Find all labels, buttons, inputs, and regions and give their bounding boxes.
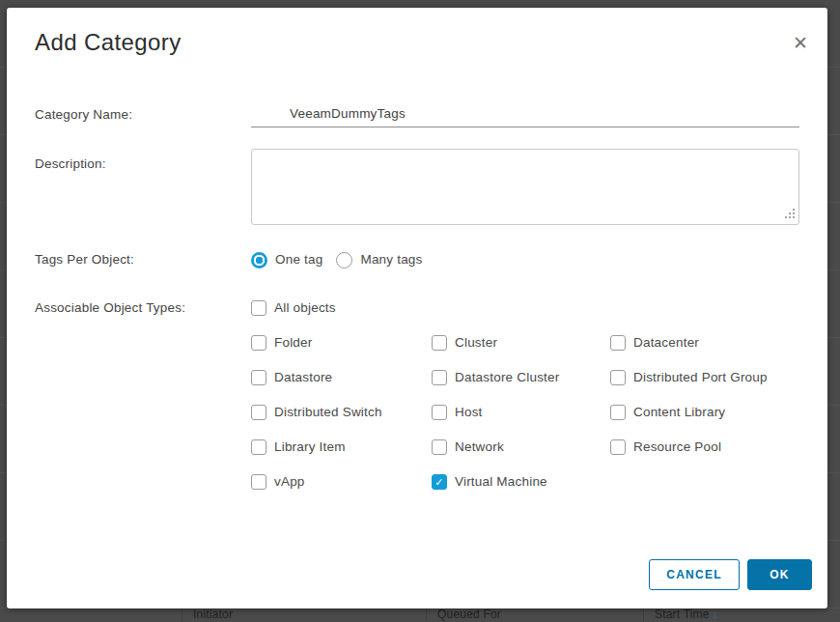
checkbox-icon[interactable]: [251, 405, 266, 420]
checkbox-content-library[interactable]: Content Library: [610, 404, 840, 421]
column-divider: [426, 607, 427, 621]
object-type-checkbox-grid: Folder Cluster Datacenter Datastore Data…: [251, 334, 840, 491]
checkbox-datacenter[interactable]: Datacenter: [610, 334, 840, 352]
radio-one-tag[interactable]: One tag: [251, 251, 322, 269]
radio-button-icon[interactable]: [251, 252, 267, 269]
checkbox-label: Network: [455, 438, 504, 456]
checkbox-label: Content Library: [633, 404, 725, 421]
resize-grip-icon[interactable]: [793, 216, 795, 218]
checkbox-virtual-machine[interactable]: ✓ Virtual Machine: [432, 473, 610, 491]
checkbox-datastore[interactable]: Datastore: [251, 369, 432, 386]
category-name-label: Category Name:: [35, 106, 251, 124]
dialog-title: Add Category: [35, 29, 182, 56]
checkbox-icon[interactable]: [251, 474, 266, 490]
category-name-input[interactable]: [251, 106, 799, 127]
checkbox-vapp[interactable]: vApp: [251, 473, 432, 491]
bg-column-initiator: Initiator: [193, 608, 233, 621]
checkbox-resource-pool[interactable]: Resource Pool: [610, 438, 840, 456]
checkbox-label: Datastore: [274, 369, 332, 386]
checkbox-icon[interactable]: [432, 405, 447, 420]
category-name-row: Category Name:: [35, 106, 799, 127]
radio-button-icon[interactable]: [336, 252, 352, 269]
ok-button[interactable]: OK: [747, 559, 812, 590]
tags-per-object-label: Tags Per Object:: [35, 251, 251, 269]
checkbox-all-objects[interactable]: All objects: [251, 299, 799, 317]
description-row: Description:: [35, 149, 799, 225]
close-icon[interactable]: ✕: [789, 31, 812, 54]
checkbox-label: All objects: [274, 299, 336, 317]
checkbox-label: Distributed Switch: [274, 404, 382, 421]
checkbox-icon[interactable]: [610, 439, 626, 455]
description-textarea[interactable]: [251, 149, 799, 225]
checkbox-label: Library Item: [274, 438, 346, 456]
checkbox-icon[interactable]: [610, 370, 626, 385]
bg-column-start-time: Start Time ↓: [655, 608, 718, 621]
add-category-dialog: Add Category ✕ Category Name: Descriptio…: [7, 8, 827, 608]
checkbox-label: Folder: [274, 334, 312, 352]
checkbox-icon[interactable]: [610, 335, 626, 351]
checkbox-icon[interactable]: [432, 370, 447, 385]
column-divider: [643, 607, 644, 621]
checkbox-icon[interactable]: [610, 405, 626, 420]
radio-label: One tag: [275, 251, 322, 269]
checkbox-distributed-switch[interactable]: Distributed Switch: [251, 404, 432, 421]
checkbox-label: Distributed Port Group: [633, 369, 768, 386]
checkbox-label: Datastore Cluster: [455, 369, 559, 386]
checkbox-library-item[interactable]: Library Item: [251, 438, 432, 456]
tags-per-object-radio-group: One tag Many tags: [251, 251, 799, 269]
checkbox-icon[interactable]: [251, 370, 266, 385]
checkbox-datastore-cluster[interactable]: Datastore Cluster: [432, 369, 610, 386]
checkbox-label: Datacenter: [633, 334, 699, 352]
column-divider: [182, 607, 182, 621]
associable-object-types-row: Associable Object Types: All objects: [35, 299, 799, 317]
sort-descending-icon: ↓: [713, 608, 718, 620]
checkbox-icon[interactable]: [251, 300, 266, 316]
radio-label: Many tags: [360, 251, 422, 269]
checkbox-label: Cluster: [455, 334, 497, 352]
checkbox-icon[interactable]: [251, 439, 266, 455]
checkbox-host[interactable]: Host: [432, 404, 610, 421]
dialog-footer: CANCEL OK: [649, 559, 812, 590]
checkbox-distributed-port-group[interactable]: Distributed Port Group: [610, 369, 840, 386]
checkbox-label: Host: [455, 404, 483, 421]
checkbox-icon[interactable]: [432, 335, 447, 351]
description-label: Description:: [35, 149, 251, 173]
checkbox-label: Resource Pool: [633, 438, 721, 456]
checkbox-folder[interactable]: Folder: [251, 334, 432, 352]
radio-many-tags[interactable]: Many tags: [336, 251, 422, 269]
checkbox-label: Virtual Machine: [455, 473, 547, 491]
associable-object-types-label: Associable Object Types:: [35, 299, 251, 317]
cancel-button[interactable]: CANCEL: [649, 559, 740, 590]
checkbox-icon[interactable]: ✓: [432, 474, 447, 490]
checkbox-label: vApp: [274, 473, 305, 491]
tags-per-object-row: Tags Per Object: One tag Many tags: [35, 251, 799, 269]
checkbox-cluster[interactable]: Cluster: [432, 334, 610, 352]
checkbox-icon[interactable]: [432, 439, 447, 455]
checkbox-network[interactable]: Network: [432, 438, 610, 456]
bg-column-queued-for: Queued For: [437, 608, 501, 621]
checkbox-icon[interactable]: [251, 335, 266, 351]
